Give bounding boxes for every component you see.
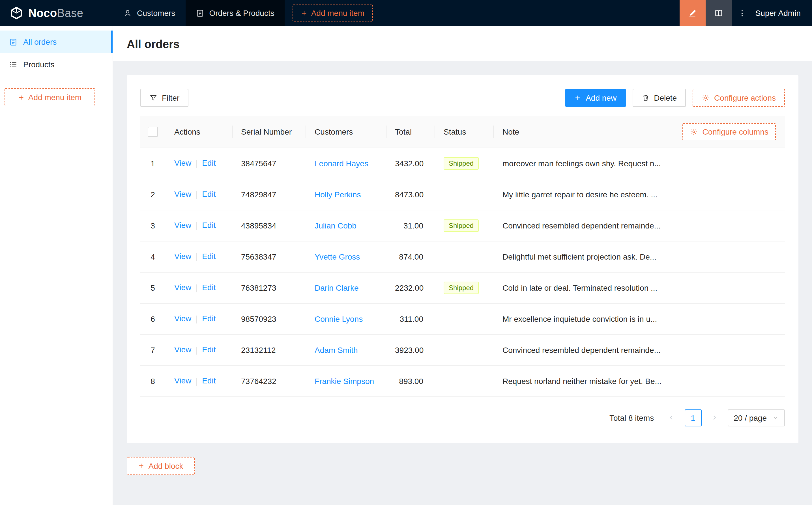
table-row: 6 ViewEdit 98570923 Connie Lyons 311.00 …	[140, 303, 785, 334]
view-link[interactable]: View	[174, 159, 191, 168]
customer-link[interactable]: Leonard Hayes	[315, 159, 368, 168]
total-cell: 31.00	[386, 210, 435, 241]
plus-icon	[301, 10, 307, 16]
pagination: Total 8 items 1	[140, 397, 785, 443]
total-cell: 3432.00	[386, 148, 435, 179]
row-index: 7	[140, 334, 165, 365]
row-index: 8	[140, 365, 165, 396]
more-actions-button[interactable]	[732, 0, 753, 26]
vertical-divider	[196, 222, 197, 230]
prev-page-button[interactable]	[663, 409, 680, 426]
table-body: 1 ViewEdit 38475647 Leonard Hayes 3432.0…	[140, 148, 785, 396]
edit-link[interactable]: Edit	[202, 190, 216, 199]
customer-link[interactable]: Connie Lyons	[315, 314, 363, 323]
table-row: 8 ViewEdit 73764232 Frankie Simpson 893.…	[140, 365, 785, 396]
customer-link[interactable]: Adam Smith	[315, 345, 358, 354]
current-user[interactable]: Super Admin	[753, 0, 812, 26]
row-actions-cell: ViewEdit	[165, 334, 232, 365]
table-row: 1 ViewEdit 38475647 Leonard Hayes 3432.0…	[140, 148, 785, 179]
row-actions-cell: ViewEdit	[165, 365, 232, 396]
serial-number-cell: 98570923	[232, 303, 305, 334]
nav-item-orders-products[interactable]: Orders & Products	[185, 0, 284, 26]
nocobase-logo[interactable]: NocoBase	[0, 0, 113, 26]
total-cell: 2232.00	[386, 272, 435, 303]
edit-link[interactable]: Edit	[202, 159, 216, 168]
nav-item-customers[interactable]: Customers	[113, 0, 185, 26]
note-cell: Convinced resembled dependent remainde..…	[494, 334, 669, 365]
edit-link[interactable]: Edit	[202, 376, 216, 385]
table-row: 7 ViewEdit 23132112 Adam Smith 3923.00 C…	[140, 334, 785, 365]
customer-link[interactable]: Julian Cobb	[315, 221, 357, 230]
view-link[interactable]: View	[174, 190, 191, 199]
sidebar-add-menu-item-button[interactable]: Add menu item	[5, 88, 95, 106]
sidebar-item-label: Products	[23, 60, 54, 69]
status-tag: Shipped	[444, 157, 479, 169]
customer-cell: Adam Smith	[305, 334, 386, 365]
page-size-select[interactable]: 20 / page	[727, 409, 785, 426]
ui-editor-button[interactable]	[680, 0, 706, 26]
row-spacer-cell	[669, 303, 785, 334]
status-cell	[435, 365, 494, 396]
table-header-row: Actions Serial Number Customers Total St…	[140, 116, 785, 148]
customer-cell: Frankie Simpson	[305, 365, 386, 396]
column-header-actions: Actions	[165, 116, 232, 148]
unordered-list-icon	[9, 60, 17, 69]
sidebar-item-all-orders[interactable]: All orders	[0, 30, 113, 53]
add-block-button[interactable]: Add block	[127, 457, 195, 475]
customer-link[interactable]: Yvette Gross	[315, 252, 360, 261]
page-content: Filter Add new	[113, 61, 812, 505]
sidebar-item-products[interactable]: Products	[0, 53, 113, 76]
orders-table-card: Filter Add new	[127, 75, 798, 443]
page-header: All orders	[113, 26, 812, 61]
sidebar-item-label: All orders	[23, 37, 56, 46]
configure-actions-button[interactable]: Configure actions	[693, 89, 785, 107]
customer-link[interactable]: Darin Clarke	[315, 283, 359, 292]
api-doc-button[interactable]	[706, 0, 732, 26]
vertical-divider	[196, 315, 197, 323]
row-actions-cell: ViewEdit	[165, 148, 232, 179]
plus-icon	[138, 463, 145, 469]
configure-columns-button[interactable]: Configure columns	[683, 123, 776, 140]
row-spacer-cell	[669, 272, 785, 303]
view-link[interactable]: View	[174, 283, 191, 292]
next-page-button[interactable]	[706, 409, 723, 426]
note-cell: My little garret repair to desire he est…	[494, 179, 669, 210]
edit-link[interactable]: Edit	[202, 283, 216, 292]
table-row: 5 ViewEdit 76381273 Darin Clarke 2232.00…	[140, 272, 785, 303]
serial-number-cell: 76381273	[232, 272, 305, 303]
top-navbar: NocoBase Customers Orders & Products Add…	[0, 0, 812, 26]
filter-button[interactable]: Filter	[140, 89, 188, 107]
view-link[interactable]: View	[174, 221, 191, 230]
orders-table: Actions Serial Number Customers Total St…	[140, 116, 785, 397]
customer-link[interactable]: Holly Perkins	[315, 190, 361, 199]
edit-link[interactable]: Edit	[202, 221, 216, 230]
view-link[interactable]: View	[174, 314, 191, 323]
customer-cell: Yvette Gross	[305, 241, 386, 272]
highlighter-icon	[688, 8, 697, 18]
navbar-add-menu-item-button[interactable]: Add menu item	[292, 5, 373, 21]
table-row: 4 ViewEdit 75638347 Yvette Gross 874.00 …	[140, 241, 785, 272]
orders-products-icon	[195, 9, 204, 17]
total-cell: 874.00	[386, 241, 435, 272]
view-link[interactable]: View	[174, 345, 191, 354]
add-new-button[interactable]: Add new	[565, 89, 626, 107]
delete-button[interactable]: Delete	[632, 89, 686, 107]
logo-text: NocoBase	[28, 6, 83, 19]
serial-number-cell: 23132112	[232, 334, 305, 365]
page-number-button[interactable]: 1	[684, 409, 701, 426]
select-all-checkbox[interactable]	[148, 127, 158, 137]
row-index: 1	[140, 148, 165, 179]
table-row: 3 ViewEdit 43895834 Julian Cobb 31.00 Sh…	[140, 210, 785, 241]
view-link[interactable]: View	[174, 376, 191, 385]
view-link[interactable]: View	[174, 252, 191, 261]
vertical-divider	[196, 377, 197, 385]
column-header-configure: Configure columns	[669, 116, 785, 148]
note-cell: Delightful met sufficient projection ask…	[494, 241, 669, 272]
edit-link[interactable]: Edit	[202, 252, 216, 261]
customer-link[interactable]: Frankie Simpson	[315, 376, 374, 385]
note-cell: Cold in late or deal. Terminated resolut…	[494, 272, 669, 303]
edit-link[interactable]: Edit	[202, 345, 216, 354]
plus-icon	[574, 95, 581, 101]
row-spacer-cell	[669, 365, 785, 396]
edit-link[interactable]: Edit	[202, 314, 216, 323]
